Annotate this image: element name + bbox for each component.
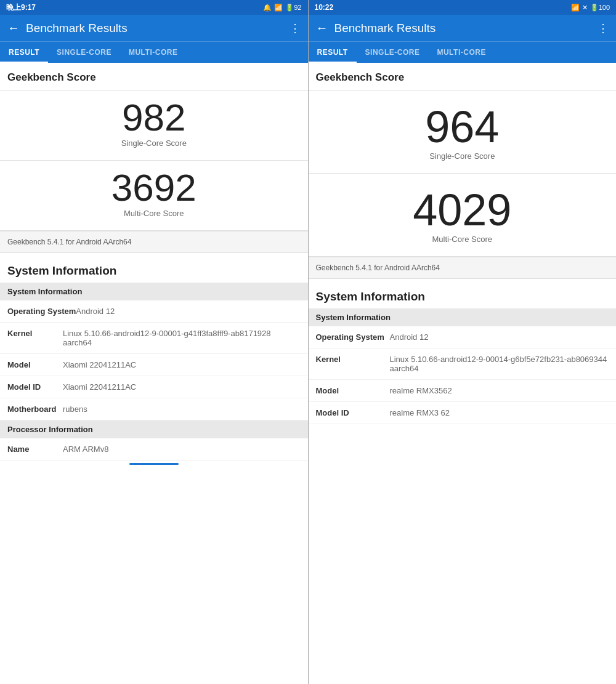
right-single-core-block: 964 Single-Core Score (309, 91, 617, 173)
right-row-os: Operating System Android 12 (309, 326, 617, 348)
left-os-val: Android 12 (76, 307, 300, 316)
left-score-section-header: Geekbench Score (0, 63, 308, 90)
left-battery-icon: 🔋92 (285, 4, 301, 12)
left-tab-single-core[interactable]: SINGLE-CORE (48, 42, 120, 63)
right-tab-multi-core[interactable]: MULTI-CORE (428, 42, 494, 63)
right-multi-core-label: Multi-Core Score (432, 235, 492, 244)
left-geekbench-heading: Geekbench Score (7, 71, 301, 84)
right-multi-core-score: 4029 (413, 186, 511, 235)
left-multi-core-block: 3692 Multi-Core Score (0, 161, 308, 230)
right-panel: 10:22 📶 ✕ 🔋100 ← Benchmark Results ⋮ RES… (309, 0, 617, 684)
left-row-kernel: Kernel Linux 5.10.66-android12-9-00001-g… (0, 323, 308, 354)
right-single-core-label: Single-Core Score (429, 151, 495, 161)
left-single-core-block: 982 Single-Core Score (0, 91, 308, 160)
right-geekbench-note: Geekbench 5.4.1 for Android AArch64 (309, 257, 617, 279)
left-header: ← Benchmark Results ⋮ (0, 15, 308, 41)
left-multi-core-score: 3692 (111, 167, 197, 209)
right-tabs: RESULT SINGLE-CORE MULTI-CORE (309, 41, 617, 63)
right-kernel-key: Kernel (316, 355, 390, 373)
left-content: Geekbench Score 982 Single-Core Score 36… (0, 63, 308, 684)
left-notification-icon: 🔔 (263, 4, 272, 12)
left-row-cpu-name: Name ARM ARMv8 (0, 438, 308, 461)
right-multi-core-block: 4029 Multi-Core Score (309, 174, 617, 256)
left-status-bar: 晚上9:17 🔔 📶 🔋92 (0, 0, 308, 15)
left-model-val: Xiaomi 22041211AC (63, 360, 301, 369)
right-model-id-val: realme RMX3 62 (390, 408, 609, 417)
right-os-key: Operating System (316, 332, 390, 342)
left-single-core-score: 982 (122, 97, 185, 139)
left-system-info-title: System Information (0, 253, 308, 283)
left-model-id-key: Model ID (7, 382, 63, 392)
left-tabs: RESULT SINGLE-CORE MULTI-CORE (0, 41, 308, 63)
left-page-title: Benchmark Results (26, 22, 283, 35)
left-row-model: Model Xiaomi 22041211AC (0, 354, 308, 376)
left-row-model-id: Model ID Xiaomi 22041211AC (0, 376, 308, 398)
right-single-core-score: 964 (425, 103, 499, 151)
right-model-id-key: Model ID (316, 408, 390, 417)
left-cpu-name-val: ARM ARMv8 (63, 445, 301, 454)
right-content: Geekbench Score 964 Single-Core Score 40… (309, 63, 617, 684)
right-battery-icon: 🔋100 (590, 4, 610, 12)
left-multi-core-label: Multi-Core Score (124, 209, 184, 218)
right-tab-single-core[interactable]: SINGLE-CORE (357, 42, 429, 63)
right-status-bar: 10:22 📶 ✕ 🔋100 (309, 0, 617, 15)
right-geekbench-heading: Geekbench Score (316, 71, 609, 84)
left-cpu-name-key: Name (7, 445, 63, 454)
left-single-core-label: Single-Core Score (121, 139, 187, 148)
right-row-kernel: Kernel Linux 5.10.66-android12-9-00014-g… (309, 348, 617, 380)
left-scroll-indicator (129, 463, 179, 465)
left-wifi-icon: 📶 (274, 4, 283, 12)
left-os-key: Operating System (7, 307, 76, 316)
left-tab-result[interactable]: RESULT (0, 42, 48, 63)
right-time: 10:22 (315, 3, 334, 12)
right-status-icons: 📶 ✕ 🔋100 (571, 4, 610, 12)
left-sys-info-section: System Information (0, 283, 308, 300)
left-row-motherboard: Motherboard rubens (0, 398, 308, 420)
right-more-button[interactable]: ⋮ (598, 22, 609, 35)
right-os-val: Android 12 (390, 332, 609, 342)
left-motherboard-val: rubens (63, 404, 301, 414)
left-row-os: Operating System Android 12 (0, 300, 308, 323)
left-panel: 晚上9:17 🔔 📶 🔋92 ← Benchmark Results ⋮ RES… (0, 0, 309, 684)
right-back-button[interactable]: ← (316, 21, 328, 35)
left-model-key: Model (7, 360, 63, 369)
right-page-title: Benchmark Results (334, 22, 592, 35)
right-tab-result[interactable]: RESULT (309, 42, 357, 63)
right-score-section-header: Geekbench Score (309, 63, 617, 90)
right-x-icon: ✕ (582, 4, 588, 12)
left-model-id-val: Xiaomi 22041211AC (63, 382, 301, 392)
left-kernel-val: Linux 5.10.66-android12-9-00001-g41ff3fa… (63, 329, 301, 347)
left-tab-multi-core[interactable]: MULTI-CORE (120, 42, 186, 63)
right-row-model: Model realme RMX3562 (309, 380, 617, 402)
right-model-val: realme RMX3562 (390, 386, 609, 395)
left-time: 晚上9:17 (6, 2, 36, 13)
right-system-info-title: System Information (309, 279, 617, 308)
right-header: ← Benchmark Results ⋮ (309, 15, 617, 41)
right-row-model-id: Model ID realme RMX3 62 (309, 402, 617, 424)
right-kernel-val: Linux 5.10.66-android12-9-00014-g6bf5e72… (390, 355, 609, 373)
left-processor-section: Processor Information (0, 420, 308, 438)
left-kernel-key: Kernel (7, 329, 63, 347)
right-model-key: Model (316, 386, 390, 395)
right-wifi-icon: 📶 (571, 4, 580, 12)
left-more-button[interactable]: ⋮ (290, 22, 301, 35)
left-status-icons: 🔔 📶 🔋92 (263, 4, 301, 12)
left-back-button[interactable]: ← (7, 21, 20, 35)
left-geekbench-note: Geekbench 5.4.1 for Android AArch64 (0, 231, 308, 253)
right-sys-info-section: System Information (309, 308, 617, 326)
left-motherboard-key: Motherboard (7, 404, 63, 414)
